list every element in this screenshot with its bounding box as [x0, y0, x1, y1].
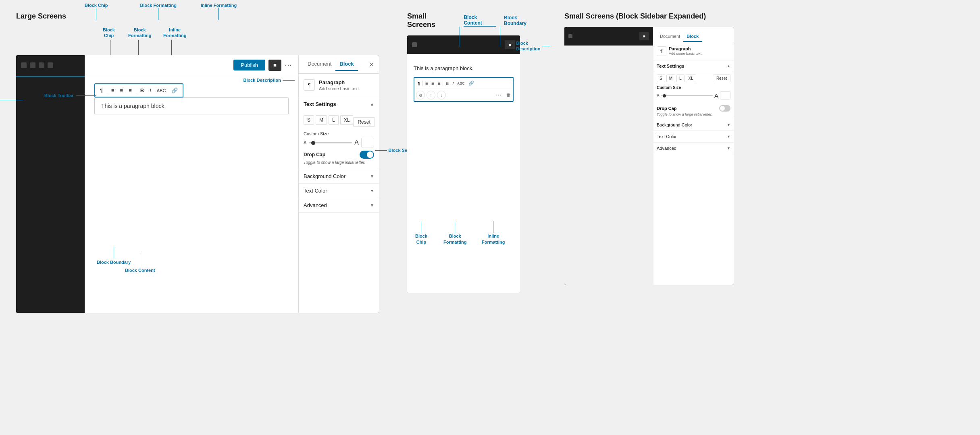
small-block-toolbar-container: ¶ ≡ ≡ ≡ B I ABC 🔗: [414, 77, 514, 102]
expanded-advanced-label: Advanced: [657, 146, 676, 151]
small-toolbar-italic-btn[interactable]: I: [451, 80, 455, 87]
text-settings-header[interactable]: Text Settings ▲: [299, 97, 379, 111]
drop-cap-row: Drop Cap: [304, 151, 374, 159]
large-editor-frame: Publish ■ ⋯ Block Toolbar: [16, 55, 379, 313]
reset-btn[interactable]: Reset: [353, 117, 375, 127]
block-content-annotation: Block Content: [125, 254, 155, 273]
more-options-button[interactable]: ⋯: [285, 61, 292, 70]
expanded-tabs: Document Block: [653, 27, 734, 42]
expanded-slider[interactable]: [661, 95, 713, 96]
ann-inline-fmt: InlineFormatting: [163, 27, 186, 39]
expanded-text-settings-label: Text Settings: [657, 64, 684, 68]
expanded-reset-btn[interactable]: Reset: [713, 75, 730, 82]
expanded-tab-block[interactable]: Block: [683, 31, 702, 42]
expanded-bg-chevron: ▼: [727, 123, 730, 127]
size-btn-m[interactable]: M: [316, 115, 327, 125]
sidebar-close-btn[interactable]: ✕: [369, 61, 374, 68]
small-toolbar-align3-btn[interactable]: ≡: [436, 80, 442, 87]
toolbar-align-left-btn[interactable]: ≡: [109, 86, 117, 95]
drop-cap-label: Drop Cap: [304, 152, 325, 157]
size-a-small: A: [304, 140, 306, 145]
small-expanded-section: Small Screens (Block Sidebar Expanded) ■: [564, 12, 734, 285]
expanded-advanced[interactable]: Advanced ▼: [653, 143, 734, 154]
block-content-label: Block Content: [125, 268, 155, 273]
small-top-right: ■: [505, 40, 515, 49]
expanded-block-text: Paragraph Add some basic text.: [669, 46, 703, 56]
expanded-dark-btn[interactable]: ■: [639, 32, 649, 40]
expanded-text-color-chevron: ▼: [727, 135, 730, 139]
block-description-annotation: Block Description: [243, 78, 295, 83]
preview-button[interactable]: ■: [268, 60, 281, 71]
small-block-fmt-ann: BlockFormatting: [443, 221, 466, 245]
size-slider-dot: [311, 141, 315, 145]
small-toolbar-align1-btn[interactable]: ≡: [424, 80, 429, 87]
toolbar-paragraph-btn[interactable]: ¶: [98, 86, 105, 95]
expanded-size-buttons-row: S M L XL Reset: [653, 72, 734, 84]
toolbar-italic-btn[interactable]: I: [147, 86, 154, 95]
small-toolbar-align2-btn[interactable]: ≡: [430, 80, 435, 87]
small-inline-fmt-ann: InlineFormatting: [482, 221, 505, 245]
sidebar-dot-1: [21, 62, 27, 68]
sidebar-dot-3: [39, 62, 44, 68]
toolbar-divider-1: [107, 87, 107, 94]
advanced-section[interactable]: Advanced ▼: [299, 198, 379, 213]
expanded-custom-input[interactable]: [720, 91, 730, 99]
expanded-custom-row: A A: [657, 91, 730, 99]
small-more-btn[interactable]: ⋯: [496, 92, 501, 98]
expanded-size-large-a: A: [714, 92, 718, 99]
block-settings-annotation: Block Settings: [375, 148, 379, 153]
background-color-section[interactable]: Background Color ▼: [299, 169, 379, 184]
expanded-size-s[interactable]: S: [657, 75, 665, 82]
expanded-drop-cap: Drop Cap Toggle to show a large initial …: [653, 103, 734, 119]
expanded-tab-document[interactable]: Document: [657, 31, 683, 42]
publish-button[interactable]: Publish: [233, 60, 265, 70]
toolbar-align-center-btn[interactable]: ≡: [118, 86, 126, 95]
small-toolbar-link-btn[interactable]: 🔗: [467, 79, 476, 87]
expanded-toggle-knob: [720, 106, 725, 111]
small-content: This is a paragraph block. ¶ ≡ ≡ ≡ B I: [407, 54, 520, 293]
size-slider[interactable]: [309, 142, 352, 143]
small-screens-header: Small Screens Block Content Block Bounda…: [407, 12, 540, 29]
size-btn-l[interactable]: L: [329, 115, 339, 125]
tab-block[interactable]: Block: [335, 58, 358, 71]
small-top-bar: ■: [407, 35, 520, 54]
ann-block-fmt: BlockFormatting: [128, 27, 151, 39]
size-buttons: S M L XL: [304, 115, 353, 125]
small-block-desc-ann: BlockDescription: [516, 40, 550, 52]
expanded-text-color[interactable]: Text Color ▼: [653, 131, 734, 143]
small-settings-icon[interactable]: ⚙: [416, 91, 425, 99]
small-editor-frame: ■ This is a paragraph block. ¶ ≡ ≡: [407, 35, 520, 293]
small-toolbar-bold-btn[interactable]: B: [444, 80, 450, 87]
toolbar-link-btn[interactable]: 🔗: [169, 86, 180, 95]
drop-cap-desc: Toggle to show a large initial letter.: [304, 160, 374, 165]
expanded-text-color-label: Text Color: [657, 134, 677, 139]
tab-document[interactable]: Document: [304, 58, 335, 71]
expanded-size-l[interactable]: L: [676, 75, 685, 82]
toolbar-strikethrough-btn[interactable]: ABC: [154, 87, 169, 95]
expanded-bg-color[interactable]: Background Color ▼: [653, 119, 734, 131]
expanded-size-xl[interactable]: XL: [686, 75, 696, 82]
small-trash-btn[interactable]: 🗑: [506, 92, 511, 98]
drop-cap-toggle[interactable]: [360, 151, 374, 159]
text-color-section[interactable]: Text Color ▼: [299, 184, 379, 198]
expanded-text-settings-header[interactable]: Text Settings ▲: [653, 60, 734, 72]
small-down-icon[interactable]: ↓: [437, 91, 446, 99]
small-toolbar-para-btn[interactable]: ¶: [416, 80, 422, 87]
size-btn-xl[interactable]: XL: [340, 115, 354, 125]
small-preview-btn[interactable]: ■: [505, 40, 515, 49]
expanded-block-desc: Add some basic text.: [669, 52, 703, 56]
toolbar-align-right-btn[interactable]: ≡: [126, 86, 134, 95]
small-toolbar-abc-btn[interactable]: ABC: [456, 80, 466, 87]
small-block-chip-ann: BlockChip: [415, 221, 427, 245]
small-block-boundary-tab: Block Boundary: [504, 15, 540, 26]
expanded-drop-cap-toggle[interactable]: [719, 105, 730, 112]
small-up-icon[interactable]: ↑: [427, 91, 435, 99]
large-screens-title: Large Screens: [16, 12, 383, 21]
expanded-size-m[interactable]: M: [666, 75, 675, 82]
small-toolbar-extra-row: ⚙ ↑ ↓ ⋯ 🗑: [416, 89, 511, 99]
small-block-toolbar: ¶ ≡ ≡ ≡ B I ABC 🔗: [416, 79, 511, 87]
size-btn-s[interactable]: S: [304, 115, 314, 125]
custom-size-input[interactable]: [361, 138, 374, 147]
toolbar-bold-btn[interactable]: B: [138, 86, 146, 95]
ann-block-chip: BlockChip: [103, 27, 115, 39]
